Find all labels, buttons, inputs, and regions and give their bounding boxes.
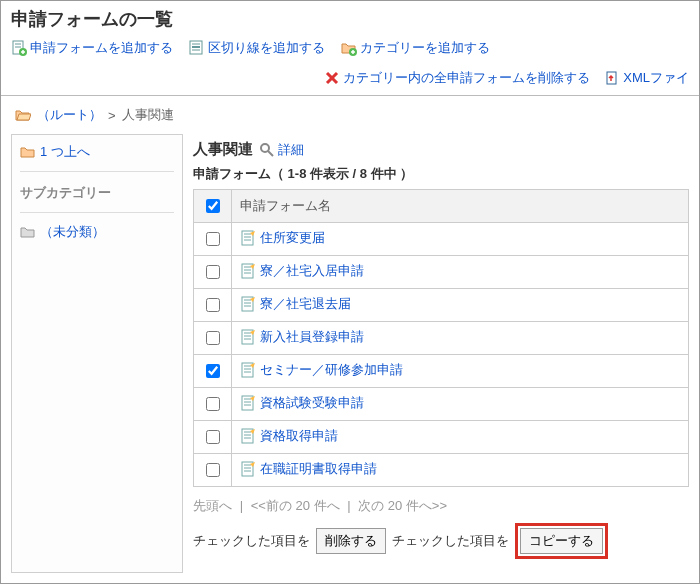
divider-add-icon [189,40,205,56]
breadcrumb-root[interactable]: （ルート） [37,106,102,124]
row-checkbox-cell [194,421,232,454]
form-icon [240,428,256,444]
row-checkbox-cell [194,256,232,289]
folder-add-icon [341,40,357,56]
form-label: 資格取得申請 [260,427,338,445]
pager-prev[interactable]: <<前の 20 件へ [251,498,340,513]
checked-prefix-delete: チェックした項目を [193,532,310,550]
svg-point-16 [261,144,269,152]
magnifier-icon [259,142,275,158]
app-window: 申請フォームの一覧 申請フォームを追加する 区切り線を追加する カテゴリーを追加… [0,0,700,584]
sidebar-up-link[interactable]: 1 つ上へ [20,143,174,172]
form-link[interactable]: 資格試験受験申請 [240,394,364,412]
form-link[interactable]: 寮／社宅入居申請 [240,262,364,280]
row-name-cell: 在職証明書取得申請 [232,454,689,487]
table-row: セミナー／研修参加申請 [194,355,689,388]
form-icon [240,395,256,411]
row-checkbox[interactable] [206,430,220,444]
bottom-actions: チェックした項目を 削除する チェックした項目を コピーする [193,519,689,563]
row-checkbox-cell [194,454,232,487]
row-name-cell: 資格試験受験申請 [232,388,689,421]
header-name-cell: 申請フォーム名 [232,190,689,223]
table-row: 寮／社宅入居申請 [194,256,689,289]
form-icon [240,263,256,279]
form-label: 在職証明書取得申請 [260,460,377,478]
delete-all-forms-link[interactable]: カテゴリー内の全申請フォームを削除する [324,69,590,87]
row-name-cell: 寮／社宅退去届 [232,289,689,322]
table-header-row: 申請フォーム名 [194,190,689,223]
main-pane: 人事関連 詳細 申請フォーム（ 1-8 件表示 / 8 件中 ） 申請フォーム名 [183,134,689,573]
main-title: 人事関連 [193,140,253,159]
copy-highlight-box: コピーする [515,523,608,559]
row-checkbox-cell [194,322,232,355]
row-checkbox[interactable] [206,364,220,378]
sidebar-item-uncategorized[interactable]: （未分類） [20,213,174,251]
copy-button[interactable]: コピーする [520,528,603,554]
main-subtitle: 申請フォーム（ 1-8 件表示 / 8 件中 ） [193,165,689,183]
row-checkbox-cell [194,355,232,388]
form-add-icon [11,40,27,56]
table-row: 新入社員登録申請 [194,322,689,355]
add-category-label: カテゴリーを追加する [360,39,490,57]
folder-icon [20,224,36,240]
row-checkbox[interactable] [206,265,220,279]
form-link[interactable]: 住所変更届 [240,229,325,247]
folder-open-icon [15,107,31,123]
main-title-row: 人事関連 詳細 [193,140,689,159]
delete-button[interactable]: 削除する [316,528,386,554]
pager: 先頭へ | <<前の 20 件へ | 次の 20 件へ>> [193,487,689,519]
action-bar-secondary: カテゴリー内の全申請フォームを削除する XMLファイ [1,65,699,96]
row-checkbox[interactable] [206,463,220,477]
form-link[interactable]: 在職証明書取得申請 [240,460,377,478]
form-icon [240,230,256,246]
detail-link[interactable]: 詳細 [259,141,304,159]
table-row: 住所変更届 [194,223,689,256]
row-checkbox-cell [194,388,232,421]
select-all-checkbox[interactable] [206,199,220,213]
sidebar: 1 つ上へ サブカテゴリー （未分類） [11,134,183,573]
row-name-cell: 新入社員登録申請 [232,322,689,355]
breadcrumb-current: 人事関連 [122,106,174,124]
form-icon [240,461,256,477]
sidebar-subcat-title: サブカテゴリー [20,172,174,213]
add-form-link[interactable]: 申請フォームを追加する [11,39,173,57]
row-checkbox[interactable] [206,232,220,246]
form-link[interactable]: セミナー／研修参加申請 [240,361,403,379]
row-checkbox[interactable] [206,331,220,345]
form-label: 新入社員登録申請 [260,328,364,346]
row-checkbox[interactable] [206,298,220,312]
form-link[interactable]: 新入社員登録申請 [240,328,364,346]
table-row: 資格試験受験申請 [194,388,689,421]
detail-link-label: 詳細 [278,141,304,159]
form-label: セミナー／研修参加申請 [260,361,403,379]
form-label: 寮／社宅退去届 [260,295,351,313]
pager-sep: | [240,498,243,513]
row-name-cell: 寮／社宅入居申請 [232,256,689,289]
form-icon [240,329,256,345]
body-columns: 1 つ上へ サブカテゴリー （未分類） 人事関連 詳細 申請フォーム [1,134,699,573]
pager-first[interactable]: 先頭へ [193,498,232,513]
add-divider-link[interactable]: 区切り線を追加する [189,39,325,57]
delete-all-label: カテゴリー内の全申請フォームを削除する [343,69,590,87]
form-link[interactable]: 寮／社宅退去届 [240,295,351,313]
form-label: 資格試験受験申請 [260,394,364,412]
add-form-label: 申請フォームを追加する [30,39,173,57]
form-link[interactable]: 資格取得申請 [240,427,338,445]
form-table: 申請フォーム名 住所変更届寮／社宅入居申請寮／社宅退去届新入社員登録申請セミナー… [193,189,689,487]
pager-sep: | [347,498,350,513]
xml-file-link[interactable]: XMLファイ [604,69,689,87]
sidebar-folder-label: （未分類） [40,223,105,241]
breadcrumb: （ルート） > 人事関連 [1,96,699,134]
svg-line-17 [268,151,273,156]
row-checkbox-cell [194,289,232,322]
pager-next[interactable]: 次の 20 件へ>> [358,498,447,513]
add-category-link[interactable]: カテゴリーを追加する [341,39,490,57]
row-checkbox-cell [194,223,232,256]
table-row: 資格取得申請 [194,421,689,454]
form-icon [240,296,256,312]
delete-x-icon [324,70,340,86]
row-name-cell: 住所変更届 [232,223,689,256]
row-checkbox[interactable] [206,397,220,411]
sidebar-up-label: 1 つ上へ [40,143,90,161]
form-label: 住所変更届 [260,229,325,247]
